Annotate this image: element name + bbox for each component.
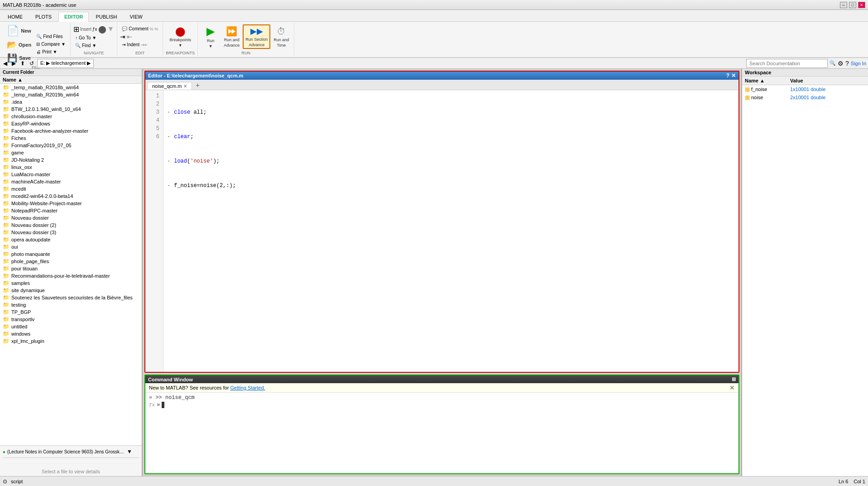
list-item[interactable]: 📁_temp_matlab_R2018b_win64	[0, 84, 142, 91]
window-controls[interactable]: ─ □ ✕	[840, 2, 865, 8]
new-tab-button[interactable]: +	[192, 81, 203, 90]
list-item[interactable]: 📁chrollusion-master	[0, 113, 142, 120]
list-item[interactable]: 📁TP_BGP	[0, 308, 142, 316]
new-button[interactable]: 📄 New	[5, 24, 34, 38]
notification-close-icon[interactable]: ✕	[729, 384, 735, 391]
run-button[interactable]: ▶ Run ▼	[201, 24, 221, 50]
run-advance-button[interactable]: ⏩ Run and Advance	[221, 24, 242, 49]
folder-icon: 📁	[3, 113, 10, 120]
tab-publish[interactable]: PUBLISH	[90, 11, 123, 21]
tab-plots[interactable]: PLOTS	[29, 11, 58, 21]
list-item[interactable]: 📁xpl_lmc_plugin	[0, 337, 142, 345]
find-button[interactable]: 🔍Find ▼	[73, 42, 114, 49]
list-item[interactable]: 📁pour titouan	[0, 265, 142, 272]
list-item[interactable]: 📁transportlv	[0, 316, 142, 323]
edit-group-label: EDIT	[135, 50, 145, 55]
maximize-button[interactable]: □	[849, 2, 856, 8]
list-item[interactable]: 📁photo manquante	[0, 250, 142, 258]
list-item[interactable]: 📁Facebook-archive-analyzer-master	[0, 127, 142, 135]
close-button[interactable]: ✕	[858, 2, 865, 8]
list-item[interactable]: 📁linux_osx	[0, 164, 142, 171]
list-item[interactable]: 📁windows	[0, 330, 142, 337]
name-column-header[interactable]: Name ▲	[3, 77, 23, 82]
list-item[interactable]: 📁FormatFactory2019_07_05	[0, 142, 142, 149]
run-time-button[interactable]: ⏱ Run and Time	[271, 25, 291, 49]
list-item[interactable]: 📁opera autoupdate	[0, 236, 142, 243]
run-section-button[interactable]: ▶▶ Run Section Advance	[243, 24, 270, 49]
list-item[interactable]: 📁game	[0, 149, 142, 156]
tab-close-icon[interactable]: ✕	[183, 84, 187, 89]
open-button[interactable]: 📂 Open	[5, 38, 34, 51]
list-item[interactable]: 📁Nouveau dossier (2)	[0, 221, 142, 229]
editor-content: 1 2 3 4 5 6 -close all; -clear; -load('n…	[145, 90, 739, 372]
list-item[interactable]: 📁oui	[0, 243, 142, 250]
list-item[interactable]: 📁NotepadRPC-master	[0, 207, 142, 214]
command-prompt: ƒx »	[149, 402, 735, 408]
workspace-row-f-noise[interactable]: ▦ f_noise 1x10001 double	[742, 85, 868, 93]
back-button[interactable]: ◀	[2, 60, 9, 67]
tab-view[interactable]: VIEW	[124, 11, 149, 21]
print-button[interactable]: 🖨Print ▼	[34, 48, 67, 55]
indent-button[interactable]: ⇥Indent ⇥⇤	[120, 41, 160, 48]
list-item[interactable]: 📁testing	[0, 301, 142, 308]
expand-details-icon[interactable]: ▼	[127, 448, 132, 455]
list-item[interactable]: 📁EasyRP-windows	[0, 120, 142, 127]
workspace-panel: Workspace Name ▲ Value ▦ f_noise 1x10001…	[741, 69, 868, 476]
list-item[interactable]: 📁samples	[0, 279, 142, 287]
workspace-name-header[interactable]: Name ▲	[742, 77, 787, 84]
command-expand-icon[interactable]: ⊞	[732, 376, 736, 382]
list-item[interactable]: 📁Mobility-Website-Project-master	[0, 200, 142, 207]
folder-icon: 📁	[3, 207, 10, 214]
editor-close-icon[interactable]: ✕	[731, 72, 736, 79]
list-item[interactable]: 📁mcedit2-win64-2.0.0-beta14	[0, 192, 142, 200]
list-item[interactable]: 📁Fiches	[0, 135, 142, 142]
code-editor[interactable]: -close all; -clear; -load('noise'); -f_n…	[163, 90, 739, 372]
list-item[interactable]: 📁JD-Noktaling 2	[0, 156, 142, 164]
list-item[interactable]: 📁BTW_12.0.1.940_win8_10_x64	[0, 106, 142, 113]
signin-button[interactable]: Sign In	[851, 61, 866, 66]
search-documentation-input[interactable]	[746, 59, 828, 68]
list-item[interactable]: 📁Nouveau dossier	[0, 214, 142, 221]
list-item[interactable]: 📁Soutenez les Sauveteurs secouristes de …	[0, 294, 142, 301]
breakpoints-button[interactable]: ⬤ Breakpoints ▼	[167, 24, 193, 49]
list-item[interactable]: 📁_temp_matlab_R2019b_win64	[0, 91, 142, 98]
list-item[interactable]: 📁LuaMacro-master	[0, 171, 142, 178]
folder-icon: 📁	[3, 309, 10, 315]
settings-icon[interactable]: ⚙	[838, 60, 844, 67]
tab-home[interactable]: HOME	[2, 11, 29, 21]
indent-decrease[interactable]: ⇤	[127, 33, 132, 40]
list-item[interactable]: 📁untitled	[0, 323, 142, 330]
workspace-value-header[interactable]: Value	[787, 77, 868, 84]
list-item[interactable]: 📁Recommandations-pour-le-teletravail-mas…	[0, 272, 142, 279]
refresh-button[interactable]: ↺	[28, 60, 35, 67]
folder-icon: 📁	[3, 287, 10, 294]
list-item[interactable]: 📁Nouveau dossier (3)	[0, 229, 142, 236]
tab-noise-qcm[interactable]: noise_qcm.m ✕	[147, 82, 192, 90]
list-item[interactable]: 📁.idea	[0, 98, 142, 106]
current-folder-label: Current Folder	[3, 70, 34, 75]
indent-increase[interactable]: ⇥	[120, 33, 125, 40]
address-path[interactable]: E: ▶ telechargement ▶	[37, 59, 94, 68]
getting-started-link[interactable]: Getting Started.	[230, 385, 265, 390]
compare-button[interactable]: ⊟Compare ▼	[34, 41, 67, 48]
code-line-5	[167, 206, 735, 214]
up-button[interactable]: ⬆	[19, 60, 26, 67]
list-item[interactable]: 📁mcedit	[0, 185, 142, 192]
command-line-1: » >> noise_qcm	[149, 395, 735, 401]
command-content[interactable]: » >> noise_qcm ƒx »	[145, 393, 739, 473]
workspace-row-noise[interactable]: ▦ noise 2x10001 double	[742, 93, 868, 101]
status-script-label: script	[11, 479, 23, 484]
go-to-button[interactable]: ↑Go To ▼	[73, 34, 114, 41]
editor-help-icon[interactable]: ?	[726, 72, 729, 79]
title-bar: MATLAB R2018b - academic use ─ □ ✕	[0, 0, 868, 10]
help-icon[interactable]: ?	[845, 60, 849, 67]
find-files-button[interactable]: 🔍Find Files	[34, 33, 67, 40]
comment-button[interactable]: 💬Comment % %	[120, 25, 160, 32]
list-item[interactable]: 📁site dynamique	[0, 287, 142, 294]
list-item[interactable]: 📁machineACafe-master	[0, 178, 142, 185]
tab-editor[interactable]: EDITOR	[58, 12, 89, 22]
forward-button[interactable]: ▶	[10, 60, 17, 67]
list-item[interactable]: 📁phole_page_files	[0, 258, 142, 265]
minimize-button[interactable]: ─	[840, 2, 847, 8]
search-doc-icon[interactable]: 🔍	[830, 60, 836, 66]
